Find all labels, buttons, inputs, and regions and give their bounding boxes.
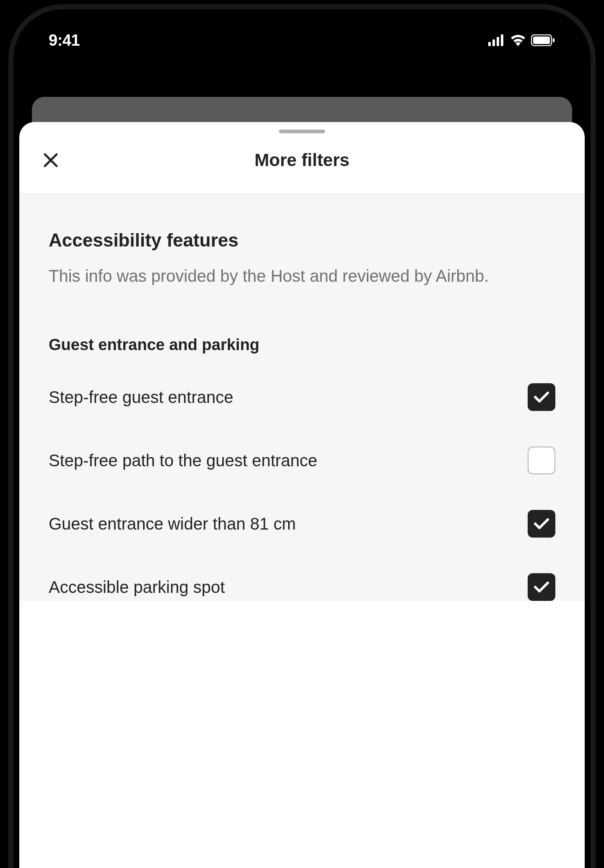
side-button-volume-up [8, 286, 9, 357]
modal-sheet: More filters Accessibility features This… [19, 122, 585, 868]
checkbox[interactable] [528, 510, 555, 538]
checkbox[interactable] [528, 447, 555, 474]
checkmark-icon [534, 391, 549, 403]
svg-rect-0 [488, 42, 491, 46]
status-icons [488, 34, 555, 46]
filter-option-label: Accessible parking spot [49, 576, 384, 598]
status-time: 9:41 [49, 31, 80, 49]
phone-screen: 9:41 [19, 15, 585, 868]
filter-option-entrance-wider-than-81cm[interactable]: Guest entrance wider than 81 cm [49, 510, 555, 538]
cellular-signal-icon [488, 34, 505, 46]
side-button-power [595, 303, 596, 416]
svg-rect-5 [533, 36, 550, 44]
svg-rect-1 [492, 39, 495, 46]
filter-option-label: Guest entrance wider than 81 cm [49, 512, 384, 535]
filter-option-accessible-parking[interactable]: Accessible parking spot [49, 573, 555, 601]
filter-option-label: Step-free guest entrance [49, 386, 384, 408]
sheet-drag-handle[interactable] [279, 130, 325, 133]
phone-frame: 9:41 [8, 4, 596, 868]
battery-icon [531, 34, 555, 46]
wifi-icon [510, 34, 526, 46]
filter-option-step-free-entrance[interactable]: Step-free guest entrance [49, 383, 555, 411]
section-title: Accessibility features [49, 230, 555, 251]
checkbox[interactable] [528, 573, 555, 601]
close-button[interactable] [42, 152, 59, 169]
side-button-silence [8, 223, 9, 265]
filter-option-step-free-path[interactable]: Step-free path to the guest entrance [49, 447, 555, 474]
phone-notch [241, 15, 363, 36]
sheet-header: More filters [19, 133, 585, 194]
svg-rect-6 [553, 38, 555, 42]
section-subtitle: This info was provided by the Host and r… [49, 264, 555, 288]
checkbox[interactable] [528, 383, 555, 411]
side-button-volume-down [8, 374, 9, 445]
modal-title: More filters [42, 150, 562, 170]
filter-option-label: Step-free path to the guest entrance [49, 449, 384, 472]
checkmark-icon [534, 518, 549, 530]
checkmark-icon [534, 581, 549, 593]
subsection-title: Guest entrance and parking [49, 336, 555, 354]
svg-rect-3 [501, 34, 503, 46]
sheet-content: Accessibility features This info was pro… [19, 194, 585, 601]
close-icon [43, 153, 58, 168]
svg-rect-2 [497, 37, 499, 46]
